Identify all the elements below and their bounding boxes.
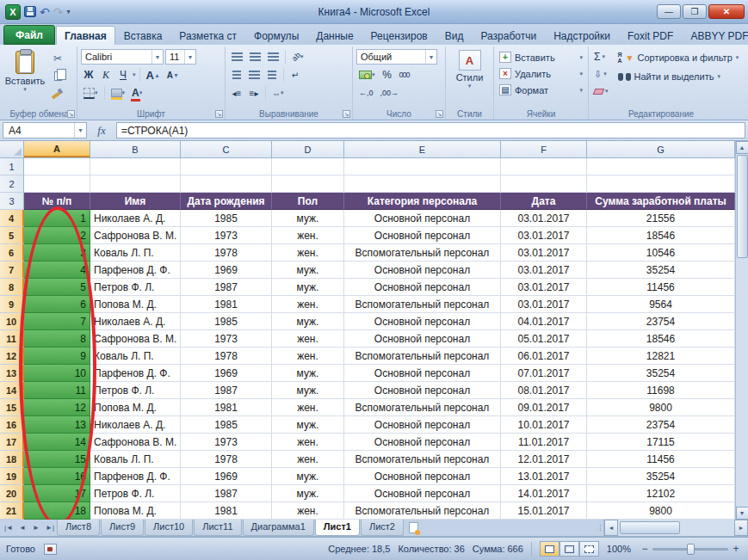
cell-E6[interactable]: Вспомогательный персонал: [344, 244, 501, 262]
tab-Разметка ст[interactable]: Разметка ст: [170, 26, 245, 45]
restore-button[interactable]: ❐: [683, 4, 707, 19]
thousands-separator-button[interactable]: 000: [397, 67, 412, 83]
copy-button[interactable]: [48, 68, 67, 83]
cell-A2[interactable]: [24, 175, 90, 193]
cell-D13[interactable]: муж.: [272, 365, 344, 382]
vertical-scrollbar[interactable]: ▲ ▼: [735, 141, 748, 520]
chevron-down-icon[interactable]: ▼: [74, 123, 86, 138]
cell-C7[interactable]: 1969: [181, 262, 272, 279]
row-header-18[interactable]: 18: [0, 451, 24, 468]
cell-D14[interactable]: муж.: [272, 382, 344, 399]
cell-E5[interactable]: Основной персонал: [344, 227, 501, 244]
zoom-track[interactable]: [652, 548, 728, 551]
cell-B20[interactable]: Петров Ф. Л.: [90, 485, 181, 502]
number-format-select[interactable]: Общий▼: [356, 49, 437, 65]
cell-D3[interactable]: Пол: [272, 193, 344, 210]
scroll-up-icon[interactable]: ▲: [736, 141, 748, 154]
horizontal-scroll-track[interactable]: [618, 520, 734, 536]
cell-C6[interactable]: 1978: [181, 244, 272, 262]
row-header-8[interactable]: 8: [0, 279, 24, 296]
prev-sheet-icon[interactable]: ◄: [15, 520, 29, 536]
column-header-B[interactable]: B: [90, 141, 181, 157]
cell-B1[interactable]: [90, 158, 181, 175]
next-sheet-icon[interactable]: ►: [29, 520, 43, 536]
name-box[interactable]: A4 ▼: [3, 122, 87, 138]
row-header-15[interactable]: 15: [0, 399, 24, 416]
align-top-button[interactable]: [229, 49, 245, 65]
cut-button[interactable]: ✂: [48, 51, 67, 66]
tab-Вставка[interactable]: Вставка: [115, 26, 171, 45]
cell-F2[interactable]: [501, 175, 587, 193]
merge-center-button[interactable]: ⇔▾: [269, 85, 287, 101]
tab-Разработчи[interactable]: Разработчи: [472, 26, 545, 45]
row-header-3[interactable]: 3: [0, 193, 24, 210]
cell-F16[interactable]: 10.01.2017: [501, 416, 587, 434]
cell-B11[interactable]: Сафронова В. М.: [90, 330, 181, 348]
customize-quick-access-icon[interactable]: ▾: [66, 8, 70, 15]
scroll-right-icon[interactable]: ►: [734, 520, 748, 536]
cell-E15[interactable]: Вспомогательный персонал: [344, 399, 501, 416]
formula-input[interactable]: =СТРОКА(A1): [116, 122, 745, 138]
decrease-indent-button[interactable]: ◂≡: [229, 85, 244, 101]
row-header-11[interactable]: 11: [0, 330, 24, 348]
cell-G18[interactable]: 11456: [587, 451, 735, 468]
column-header-D[interactable]: D: [272, 141, 344, 157]
dialog-launcher-icon[interactable]: ↘: [67, 110, 75, 118]
styles-button[interactable]: А Стили ▾: [449, 49, 490, 90]
cell-E8[interactable]: Основной персонал: [344, 279, 501, 296]
last-sheet-icon[interactable]: ►|: [43, 520, 57, 536]
cell-C8[interactable]: 1987: [181, 279, 272, 296]
cell-E16[interactable]: Основной персонал: [344, 416, 501, 434]
tab-Формулы[interactable]: Формулы: [245, 26, 307, 45]
undo-icon[interactable]: ↶: [40, 6, 50, 18]
cell-E11[interactable]: Основной персонал: [344, 330, 501, 348]
cell-F7[interactable]: 03.01.2017: [501, 262, 587, 279]
dialog-launcher-icon[interactable]: ↘: [215, 110, 223, 118]
zoom-in-icon[interactable]: +: [730, 543, 742, 555]
row-header-17[interactable]: 17: [0, 434, 24, 451]
cell-F17[interactable]: 11.01.2017: [501, 434, 587, 451]
cell-A9[interactable]: 6: [24, 296, 90, 313]
cell-F10[interactable]: 04.01.2017: [501, 313, 587, 330]
cell-D1[interactable]: [272, 158, 344, 175]
cell-C5[interactable]: 1973: [181, 227, 272, 244]
tab-Файл[interactable]: Файл: [3, 25, 55, 45]
row-header-20[interactable]: 20: [0, 485, 24, 502]
dialog-launcher-icon[interactable]: ↘: [436, 110, 443, 118]
row-header-5[interactable]: 5: [0, 227, 24, 244]
cell-A20[interactable]: 17: [24, 485, 90, 502]
cell-A7[interactable]: 4: [24, 262, 90, 279]
insert-worksheet-button[interactable]: [405, 520, 422, 536]
cell-G14[interactable]: 11698: [587, 382, 735, 399]
cell-D5[interactable]: жен.: [272, 227, 344, 244]
cell-B10[interactable]: Николаев А. Д.: [90, 313, 181, 330]
row-header-1[interactable]: 1: [0, 158, 24, 175]
cell-F20[interactable]: 14.01.2017: [501, 485, 587, 502]
sheet-tab-Диаграмма1[interactable]: Диаграмма1: [243, 520, 314, 536]
cell-F18[interactable]: 12.01.2017: [501, 451, 587, 468]
chevron-down-icon[interactable]: ▾: [133, 71, 136, 78]
cell-D15[interactable]: жен.: [272, 399, 344, 416]
sort-filter-button[interactable]: ЯА ▼ Сортировка и фильтр ▾: [615, 49, 742, 66]
find-select-button[interactable]: Найти и выделить ▾: [615, 68, 742, 85]
cell-D4[interactable]: муж.: [272, 210, 344, 227]
column-header-A[interactable]: A: [24, 141, 90, 157]
cell-A17[interactable]: 14: [24, 434, 90, 451]
cell-F14[interactable]: 08.01.2017: [501, 382, 587, 399]
cell-C2[interactable]: [181, 175, 272, 193]
cell-E9[interactable]: Вспомогательный персонал: [344, 296, 501, 313]
page-break-view-button[interactable]: [579, 541, 599, 557]
cell-G21[interactable]: 9800: [587, 502, 735, 520]
cell-A1[interactable]: [24, 158, 90, 175]
row-header-16[interactable]: 16: [0, 416, 24, 434]
percent-button[interactable]: %: [380, 67, 395, 83]
align-center-button[interactable]: [246, 67, 263, 83]
cell-A18[interactable]: 15: [24, 451, 90, 468]
cell-C15[interactable]: 1981: [181, 399, 272, 416]
cell-F3[interactable]: Дата: [501, 193, 587, 210]
cell-F11[interactable]: 05.01.2017: [501, 330, 587, 348]
insert-function-button[interactable]: fx: [90, 122, 113, 138]
font-family-select[interactable]: Calibri▼: [81, 49, 164, 65]
first-sheet-icon[interactable]: |◄: [2, 520, 15, 536]
cell-B15[interactable]: Попова М. Д.: [90, 399, 181, 416]
